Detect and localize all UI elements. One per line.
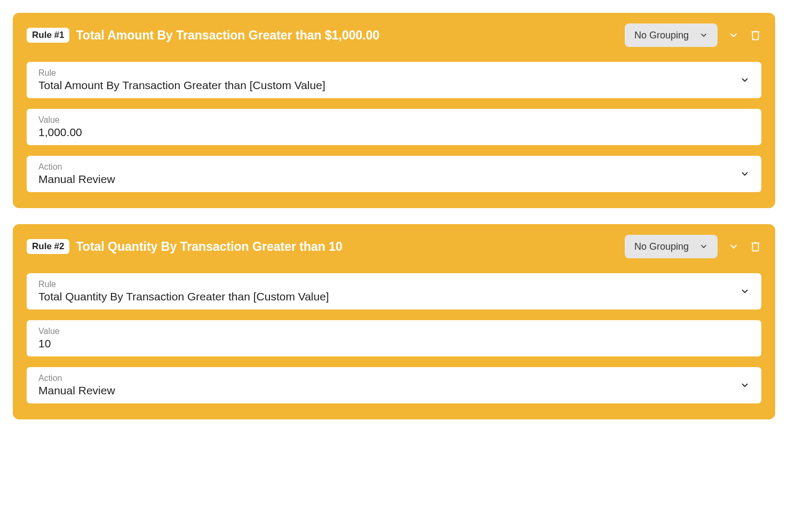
field-label: Value bbox=[38, 327, 750, 336]
trash-icon[interactable] bbox=[750, 29, 761, 41]
trash-icon[interactable] bbox=[750, 241, 761, 252]
field-label: Action bbox=[38, 374, 740, 383]
rule-header-left: Rule #2 Total Quantity By Transaction Gr… bbox=[27, 239, 343, 254]
rule-select-value: Total Quantity By Transaction Greater th… bbox=[38, 290, 740, 303]
grouping-dropdown-label: No Grouping bbox=[634, 241, 689, 252]
chevron-down-icon bbox=[740, 75, 750, 85]
value-input: 10 bbox=[38, 337, 750, 350]
chevron-down-icon bbox=[699, 242, 708, 251]
chevron-down-icon bbox=[740, 287, 750, 296]
value-field[interactable]: Value 1,000.00 bbox=[27, 109, 761, 145]
chevron-down-icon[interactable] bbox=[728, 241, 739, 252]
value-input: 1,000.00 bbox=[38, 126, 750, 139]
action-select-field[interactable]: Action Manual Review bbox=[27, 367, 761, 403]
rule-select-value: Total Amount By Transaction Greater than… bbox=[38, 79, 740, 92]
rule-badge: Rule #1 bbox=[27, 28, 69, 43]
grouping-dropdown-label: No Grouping bbox=[634, 30, 689, 41]
rule-header-left: Rule #1 Total Amount By Transaction Grea… bbox=[27, 28, 379, 43]
grouping-dropdown[interactable]: No Grouping bbox=[625, 235, 718, 258]
rule-header: Rule #2 Total Quantity By Transaction Gr… bbox=[27, 235, 761, 258]
rule-select-field[interactable]: Rule Total Quantity By Transaction Great… bbox=[27, 273, 761, 309]
action-select-value: Manual Review bbox=[38, 173, 740, 186]
rule-select-field[interactable]: Rule Total Amount By Transaction Greater… bbox=[27, 62, 761, 98]
value-field[interactable]: Value 10 bbox=[27, 320, 761, 356]
rule-header-right: No Grouping bbox=[625, 235, 761, 258]
field-label: Action bbox=[38, 162, 740, 172]
chevron-down-icon bbox=[740, 169, 750, 179]
rule-header-right: No Grouping bbox=[625, 23, 761, 47]
chevron-down-icon bbox=[740, 380, 750, 390]
field-label: Value bbox=[38, 115, 750, 125]
rule-card: Rule #2 Total Quantity By Transaction Gr… bbox=[13, 224, 775, 419]
chevron-down-icon bbox=[699, 31, 708, 39]
rule-title: Total Amount By Transaction Greater than… bbox=[76, 28, 379, 43]
rule-badge: Rule #2 bbox=[27, 239, 69, 254]
rule-title: Total Quantity By Transaction Greater th… bbox=[76, 240, 342, 254]
field-label: Rule bbox=[38, 280, 740, 289]
action-select-field[interactable]: Action Manual Review bbox=[27, 156, 761, 192]
field-label: Rule bbox=[38, 68, 740, 78]
grouping-dropdown[interactable]: No Grouping bbox=[625, 23, 718, 47]
chevron-down-icon[interactable] bbox=[728, 30, 739, 41]
rule-card: Rule #1 Total Amount By Transaction Grea… bbox=[13, 13, 775, 208]
action-select-value: Manual Review bbox=[38, 384, 740, 397]
rule-header: Rule #1 Total Amount By Transaction Grea… bbox=[27, 23, 761, 47]
